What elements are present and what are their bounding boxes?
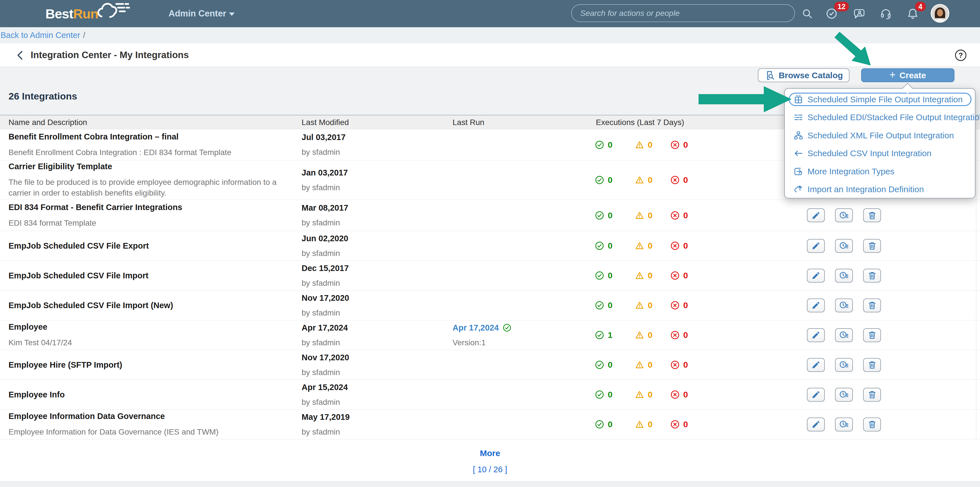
integration-name: EmpJob Scheduled CSV File Import (New)	[8, 300, 286, 310]
delete-button[interactable]	[863, 269, 881, 282]
error-count: 0	[683, 360, 688, 370]
chevron-down-icon	[229, 13, 235, 16]
executions-cell: 0 0 0	[595, 160, 714, 200]
title-bar: Integration Center - My Integrations ?	[0, 43, 980, 67]
executions-cell: 0 0 0	[595, 380, 714, 409]
trash-icon	[868, 390, 877, 399]
edit-button[interactable]	[807, 208, 825, 222]
back-chevron-icon[interactable]	[15, 49, 26, 61]
edit-button[interactable]	[807, 388, 825, 402]
executions-cell: 0 0 0	[595, 129, 714, 160]
breadcrumb: Back to Admin Center /	[0, 27, 980, 43]
last-modified-date: Jun 02,2020	[302, 234, 415, 243]
error-count: 0	[683, 140, 688, 150]
warning-icon	[635, 271, 644, 280]
edit-button[interactable]	[807, 269, 825, 282]
admin-center-menu[interactable]: Admin Center	[169, 0, 235, 27]
execution-history-button[interactable]	[835, 328, 853, 342]
delete-button[interactable]	[863, 358, 881, 372]
chat-person-icon[interactable]	[853, 8, 865, 19]
execution-history-button[interactable]	[835, 269, 853, 282]
success-icon	[595, 271, 604, 280]
help-icon[interactable]: ?	[955, 49, 966, 61]
error-icon	[670, 301, 679, 310]
arrow-left-icon	[794, 149, 803, 158]
executions-cell: 0 0 0	[595, 409, 714, 439]
menu-item-scheduled-edi-stacked-file-output[interactable]: Scheduled EDI/Stacked File Output Integr…	[785, 109, 975, 127]
global-search[interactable]	[571, 4, 795, 22]
execution-history-button[interactable]	[835, 358, 853, 372]
table-row[interactable]: Employee Hire (SFTP Import) Nov 17,2020b…	[0, 350, 980, 380]
execution-history-button[interactable]	[835, 417, 853, 431]
integration-name: EmpJob Scheduled CSV File Import	[8, 271, 286, 280]
delete-button[interactable]	[863, 298, 881, 313]
delete-button[interactable]	[863, 328, 881, 342]
warning-count: 0	[648, 271, 652, 280]
edit-button[interactable]	[807, 298, 825, 313]
execution-history-button[interactable]	[835, 388, 853, 402]
table-row[interactable]: EmployeeKim Test 04/17/24 Apr 17,2024by …	[0, 320, 980, 350]
edit-button[interactable]	[807, 358, 825, 372]
pencil-icon	[811, 330, 821, 339]
table-row[interactable]: EDI 834 Format - Benefit Carrier Integra…	[0, 200, 980, 231]
more-link[interactable]: More	[0, 449, 980, 458]
search-input[interactable]	[580, 9, 786, 18]
trash-icon	[868, 241, 877, 250]
success-count: 0	[608, 300, 612, 310]
menu-item-scheduled-simple-file-output[interactable]: Scheduled Simple File Output Integration	[785, 90, 975, 109]
table-row[interactable]: EmpJob Scheduled CSV File Import (New) N…	[0, 290, 980, 320]
edit-button[interactable]	[807, 417, 825, 431]
screen: BestRun Admin Center 12	[0, 0, 980, 487]
browse-catalog-button[interactable]: Browse Catalog	[758, 68, 850, 82]
error-count: 0	[683, 211, 688, 220]
table-row[interactable]: Employee Info Apr 15,2024by sfadmin 0 0 …	[0, 380, 980, 409]
executions-cell: 0 0 0	[595, 350, 714, 379]
table-row[interactable]: EmpJob Scheduled CSV File Import Dec 15,…	[0, 261, 980, 290]
integration-description: Employee Information for Data Governance…	[8, 427, 286, 438]
modified-by: by sfadmin	[302, 398, 415, 407]
execution-history-button[interactable]	[835, 239, 853, 253]
delete-button[interactable]	[863, 208, 881, 222]
success-icon	[595, 241, 604, 250]
clock-list-icon	[839, 211, 849, 220]
integrations-count-heading: 26 Integrations	[8, 91, 77, 102]
delete-button[interactable]	[863, 417, 881, 431]
delete-button[interactable]	[863, 239, 881, 253]
create-button[interactable]: + Create	[861, 68, 955, 82]
edit-button[interactable]	[807, 328, 825, 342]
headset-icon[interactable]	[880, 8, 892, 19]
last-modified-date: Nov 17,2020	[302, 293, 415, 303]
table-row[interactable]: Employee Information Data GovernanceEmpl…	[0, 409, 980, 439]
warning-icon	[635, 241, 644, 250]
clock-list-icon	[839, 300, 849, 310]
last-run-link[interactable]: Apr 17,2024	[453, 323, 499, 333]
menu-item-more-integration-types[interactable]: More Integration Types	[785, 162, 975, 181]
avatar[interactable]	[931, 4, 949, 23]
menu-item-label: More Integration Types	[808, 167, 894, 176]
modified-by: by sfadmin	[302, 368, 415, 377]
clock-list-icon	[839, 420, 849, 429]
warning-icon	[635, 360, 644, 370]
trash-icon	[868, 271, 877, 280]
warning-icon	[635, 140, 644, 149]
execution-history-button[interactable]	[835, 298, 853, 313]
warning-count: 0	[648, 140, 652, 150]
delete-button[interactable]	[863, 388, 881, 402]
breadcrumb-back-link[interactable]: Back to Admin Center	[0, 31, 80, 40]
modified-by: by sfadmin	[302, 427, 415, 436]
search-icon[interactable]	[802, 8, 813, 19]
last-modified-date: May 17,2019	[302, 412, 415, 422]
execution-history-button[interactable]	[835, 208, 853, 222]
error-icon	[670, 241, 679, 250]
last-modified-date: Dec 15,2017	[302, 263, 415, 273]
menu-item-import-integration-definition[interactable]: Import an Integration Definition	[785, 181, 975, 199]
error-count: 0	[683, 330, 688, 340]
menu-item-scheduled-xml-file-output[interactable]: Scheduled XML File Output Integration	[785, 127, 975, 144]
success-icon	[595, 330, 604, 339]
error-icon	[670, 330, 679, 339]
edit-button[interactable]	[807, 239, 825, 253]
table-row[interactable]: EmpJob Scheduled CSV File Export Jun 02,…	[0, 231, 980, 261]
warning-icon	[635, 330, 644, 339]
pencil-icon	[811, 241, 821, 250]
menu-item-scheduled-csv-input[interactable]: Scheduled CSV Input Integration	[785, 144, 975, 163]
